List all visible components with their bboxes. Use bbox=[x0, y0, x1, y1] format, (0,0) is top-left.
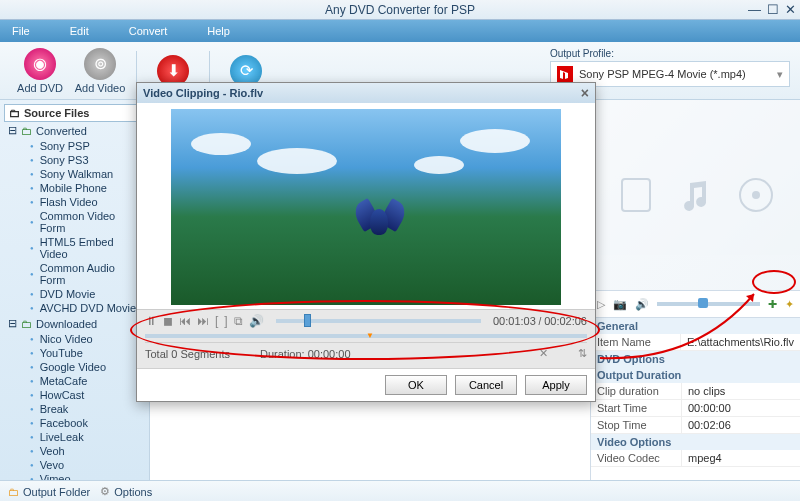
bracket-close-icon[interactable]: ] bbox=[224, 314, 227, 328]
minus-icon: ⊟ bbox=[8, 124, 17, 137]
add-video-button[interactable]: ⊚ Add Video bbox=[70, 48, 130, 94]
app-title: Any DVD Converter for PSP bbox=[325, 3, 475, 17]
prop-video-codec[interactable]: Video Codecmpeg4 bbox=[591, 450, 800, 467]
prop-start-time[interactable]: Start Time00:00:00 bbox=[591, 400, 800, 417]
video-clipping-dialog: Video Clipping - Rio.flv × ⏸ ◼ ⏮ ⏭ [ ] ⧉… bbox=[136, 82, 596, 402]
playstation-icon bbox=[557, 66, 573, 82]
segment-track[interactable]: ▼ bbox=[145, 334, 587, 338]
bottom-bar: 🗀Output Folder ⚙Options bbox=[0, 480, 800, 501]
time-display: 00:01:03 / 00:02:06 bbox=[493, 315, 587, 327]
tablet-icon bbox=[616, 175, 656, 215]
marker-icon: ▼ bbox=[366, 331, 374, 340]
title-bar: Any DVD Converter for PSP — ☐ ✕ bbox=[0, 0, 800, 20]
menu-edit[interactable]: Edit bbox=[70, 25, 89, 37]
camera-icon[interactable]: 📷 bbox=[613, 298, 627, 311]
video-icon: ⊚ bbox=[84, 48, 116, 80]
maximize-button[interactable]: ☐ bbox=[767, 2, 779, 17]
sidebar-item[interactable]: DVD Movie bbox=[4, 287, 145, 301]
prop-item-name[interactable]: Item NameE:\attachments\Rio.flv bbox=[591, 334, 800, 351]
add-dvd-label: Add DVD bbox=[17, 82, 63, 94]
folder-icon: 🗀 bbox=[21, 125, 32, 137]
close-button[interactable]: ✕ bbox=[785, 2, 796, 17]
sidebar-item[interactable]: HTML5 Embed Video bbox=[4, 235, 145, 261]
sidebar-item[interactable]: Break bbox=[4, 402, 145, 416]
music-icon bbox=[676, 175, 716, 215]
prev-icon[interactable]: ⏮ bbox=[179, 314, 191, 328]
video-frame-bird bbox=[362, 195, 398, 243]
menu-convert[interactable]: Convert bbox=[129, 25, 168, 37]
chevron-down-icon: ▾ bbox=[777, 68, 783, 81]
volume-icon[interactable]: 🔊 bbox=[635, 298, 649, 311]
sidebar-item[interactable]: YouTube bbox=[4, 346, 145, 360]
sidebar-item[interactable]: Flash Video bbox=[4, 195, 145, 209]
sidebar-item[interactable]: Google Video bbox=[4, 360, 145, 374]
folder-downloaded[interactable]: ⊟🗀Downloaded bbox=[4, 315, 145, 332]
add-video-label: Add Video bbox=[75, 82, 126, 94]
right-panel: ▷ 📷 🔊 ✚ ✦ General Item NameE:\attachment… bbox=[590, 100, 800, 480]
prop-stop-time[interactable]: Stop Time00:02:06 bbox=[591, 417, 800, 434]
dialog-title: Video Clipping - Rio.flv bbox=[143, 87, 263, 99]
section-dvd: DVD Options bbox=[591, 351, 800, 367]
minus-icon: ⊟ bbox=[8, 317, 17, 330]
delete-segment-icon[interactable]: ✕ bbox=[539, 347, 548, 360]
sidebar-item[interactable]: LiveLeak bbox=[4, 430, 145, 444]
apply-button[interactable]: Apply bbox=[525, 375, 587, 395]
pause-icon[interactable]: ⏸ bbox=[145, 314, 157, 328]
sidebar-item[interactable]: HowCast bbox=[4, 388, 145, 402]
section-video: Video Options bbox=[591, 434, 800, 450]
copy-icon[interactable]: ⧉ bbox=[234, 314, 243, 328]
sidebar-item[interactable]: AVCHD DVD Movie bbox=[4, 301, 145, 315]
sidebar-item[interactable]: Mobile Phone bbox=[4, 181, 145, 195]
close-icon[interactable]: × bbox=[581, 85, 589, 101]
effects-wand-icon[interactable]: ✦ bbox=[785, 298, 794, 311]
sidebar-item[interactable]: MetaCafe bbox=[4, 374, 145, 388]
segment-duration: Duration: 00:00:00 bbox=[260, 348, 351, 360]
window-controls: — ☐ ✕ bbox=[748, 2, 796, 17]
prop-clip-duration[interactable]: Clip durationno clips bbox=[591, 383, 800, 400]
cancel-button[interactable]: Cancel bbox=[455, 375, 517, 395]
play-icon[interactable]: ▷ bbox=[597, 298, 605, 311]
time-slider[interactable] bbox=[276, 319, 481, 323]
volume-slider[interactable] bbox=[657, 302, 760, 306]
folder-converted[interactable]: ⊟🗀Converted bbox=[4, 122, 145, 139]
output-profile-label: Output Profile: bbox=[550, 48, 790, 59]
dialog-buttons: OK Cancel Apply bbox=[137, 368, 595, 401]
ok-button[interactable]: OK bbox=[385, 375, 447, 395]
add-dvd-button[interactable]: ◉ Add DVD bbox=[10, 48, 70, 94]
sidebar-item[interactable]: Nico Video bbox=[4, 332, 145, 346]
preview-placeholder bbox=[591, 100, 800, 290]
clip-add-icon[interactable]: ✚ bbox=[768, 298, 777, 311]
clip-controls: ⏸ ◼ ⏮ ⏭ [ ] ⧉ 🔊 00:01:03 / 00:02:06 ▼ To… bbox=[137, 309, 595, 368]
output-profile-value: Sony PSP MPEG-4 Movie (*.mp4) bbox=[579, 68, 777, 80]
stop-icon[interactable]: ◼ bbox=[163, 314, 173, 328]
menu-help[interactable]: Help bbox=[207, 25, 230, 37]
output-folder-button[interactable]: 🗀Output Folder bbox=[8, 486, 90, 498]
disc-icon bbox=[736, 175, 776, 215]
dialog-header[interactable]: Video Clipping - Rio.flv × bbox=[137, 83, 595, 103]
preview-toolbar: ▷ 📷 🔊 ✚ ✦ bbox=[591, 290, 800, 318]
segment-count: Total 0 Segments bbox=[145, 348, 230, 360]
menu-file[interactable]: File bbox=[12, 25, 30, 37]
bracket-open-icon[interactable]: [ bbox=[215, 314, 218, 328]
section-duration: Output Duration bbox=[591, 367, 800, 383]
sidebar-item[interactable]: Facebook bbox=[4, 416, 145, 430]
menu-bar: File Edit Convert Help bbox=[0, 20, 800, 42]
updown-icon[interactable]: ⇅ bbox=[578, 347, 587, 360]
next-icon[interactable]: ⏭ bbox=[197, 314, 209, 328]
sidebar-item[interactable]: Vevo bbox=[4, 458, 145, 472]
sidebar-item[interactable]: Vimeo bbox=[4, 472, 145, 480]
svg-rect-1 bbox=[622, 179, 650, 211]
options-button[interactable]: ⚙Options bbox=[100, 485, 152, 498]
sidebar-item[interactable]: Common Video Form bbox=[4, 209, 145, 235]
segment-info: Total 0 Segments Duration: 00:00:00 ✕ ⇅ bbox=[145, 342, 587, 364]
sidebar-header: 🗀Source Files bbox=[4, 104, 145, 122]
sidebar-item[interactable]: Sony Walkman bbox=[4, 167, 145, 181]
minimize-button[interactable]: — bbox=[748, 2, 761, 17]
dvd-icon: ◉ bbox=[24, 48, 56, 80]
sidebar-item[interactable]: Sony PSP bbox=[4, 139, 145, 153]
sidebar-item[interactable]: Common Audio Form bbox=[4, 261, 145, 287]
sidebar-item[interactable]: Sony PS3 bbox=[4, 153, 145, 167]
volume-icon[interactable]: 🔊 bbox=[249, 314, 264, 328]
sidebar-item[interactable]: Veoh bbox=[4, 444, 145, 458]
folder-icon: 🗀 bbox=[9, 107, 20, 119]
